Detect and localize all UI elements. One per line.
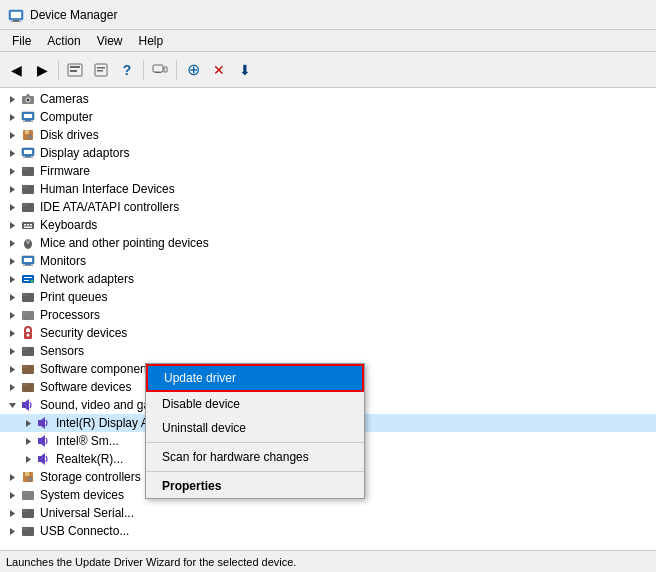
tree-item[interactable]: IDE ATA/ATAPI controllers [0,198,656,216]
svg-rect-1 [11,12,21,18]
svg-marker-17 [10,114,15,121]
svg-point-25 [28,135,32,139]
context-menu-item[interactable]: Scan for hardware changes [146,445,364,469]
svg-marker-22 [10,132,15,139]
tree-item[interactable]: Cameras [0,90,656,108]
expand-button[interactable] [4,361,20,377]
expand-button[interactable] [4,325,20,341]
device-label: Storage controllers [40,470,141,484]
expand-button[interactable] [20,433,36,449]
expand-button[interactable] [4,379,20,395]
tree-item[interactable]: Display adaptors [0,144,656,162]
svg-rect-85 [38,438,41,444]
expand-button[interactable] [4,271,20,287]
svg-point-49 [27,240,30,243]
help-button[interactable]: ? [115,58,139,82]
device-label: Software components [40,362,156,376]
device-icon [20,361,36,377]
expand-button[interactable] [20,415,36,431]
device-label: Mice and other pointing devices [40,236,209,250]
svg-rect-21 [23,121,33,122]
expand-button[interactable] [4,307,20,323]
tree-item[interactable]: Mice and other pointing devices [0,234,656,252]
tree-item[interactable]: Universal Serial... [0,504,656,522]
tree-item[interactable]: Print queues [0,288,656,306]
expand-button[interactable] [4,343,20,359]
toolbar-separator-3 [176,60,177,80]
expand-button[interactable] [20,451,36,467]
svg-rect-30 [23,157,33,158]
tree-item[interactable]: Keyboards [0,216,656,234]
menu-file[interactable]: File [4,32,39,50]
device-label: Realtek(R)... [56,452,123,466]
svg-rect-65 [22,311,27,313]
tree-item[interactable]: Security devices [0,324,656,342]
devices-button[interactable] [148,58,172,82]
main-area: Cameras Computer Disk drives Display ada… [0,88,656,550]
tree-item[interactable]: Human Interface Devices [0,180,656,198]
expand-button[interactable] [4,109,20,125]
expand-button[interactable] [4,127,20,143]
expand-button[interactable] [4,181,20,197]
svg-marker-86 [41,435,45,447]
tree-item[interactable]: Computer [0,108,656,126]
uninstall-button[interactable]: ✕ [207,58,231,82]
toolbar: ◀ ▶ ? ⊕ ✕ ⬇ [0,52,656,88]
expand-button[interactable] [4,235,20,251]
svg-marker-97 [10,510,15,517]
properties-button[interactable] [89,58,113,82]
tree-item[interactable]: USB Connecto... [0,522,656,540]
update-button[interactable]: ⬇ [233,58,257,82]
expand-button[interactable] [4,163,20,179]
expand-button[interactable] [4,217,20,233]
tree-item[interactable]: Monitors [0,252,656,270]
expand-button[interactable] [4,487,20,503]
context-menu-item[interactable]: Uninstall device [146,416,364,440]
scan-button[interactable]: ⊕ [181,58,205,82]
svg-marker-83 [41,417,45,429]
svg-rect-28 [24,150,32,154]
context-menu-item[interactable]: Update driver [146,364,364,392]
collapse-button[interactable] [4,397,20,413]
show-hide-button[interactable] [63,58,87,82]
svg-rect-2 [13,20,19,21]
back-button[interactable]: ◀ [4,58,28,82]
expand-button[interactable] [4,469,20,485]
tree-item[interactable]: Network adapters [0,270,656,288]
svg-rect-54 [23,265,33,266]
forward-button[interactable]: ▶ [30,58,54,82]
svg-rect-10 [153,65,163,72]
tree-item[interactable]: Disk drives [0,126,656,144]
svg-marker-50 [10,258,15,265]
expand-button[interactable] [4,505,20,521]
expand-button[interactable] [4,289,20,305]
expand-button[interactable] [4,199,20,215]
context-menu-item[interactable]: Disable device [146,392,364,416]
device-label: Intel® Sm... [56,434,119,448]
expand-button[interactable] [4,145,20,161]
menu-action[interactable]: Action [39,32,88,50]
expand-button[interactable] [4,523,20,539]
title-bar: Device Manager [0,0,656,30]
menu-help[interactable]: Help [131,32,172,50]
app-icon [8,7,24,23]
svg-marker-46 [10,240,15,247]
device-icon [20,217,36,233]
svg-point-68 [27,334,30,337]
svg-rect-79 [22,402,25,408]
svg-rect-53 [25,264,31,265]
menu-view[interactable]: View [89,32,131,50]
svg-marker-69 [10,348,15,355]
expand-button[interactable] [4,253,20,269]
tree-item[interactable]: Firmware [0,162,656,180]
tree-item[interactable]: Sensors [0,342,656,360]
svg-marker-37 [10,204,15,211]
device-icon [20,271,36,287]
svg-point-16 [27,99,30,102]
device-icon [20,523,36,539]
device-label: System devices [40,488,124,502]
tree-item[interactable]: Processors [0,306,656,324]
context-menu-item[interactable]: Properties [146,474,364,498]
device-label: Universal Serial... [40,506,134,520]
expand-button[interactable] [4,91,20,107]
